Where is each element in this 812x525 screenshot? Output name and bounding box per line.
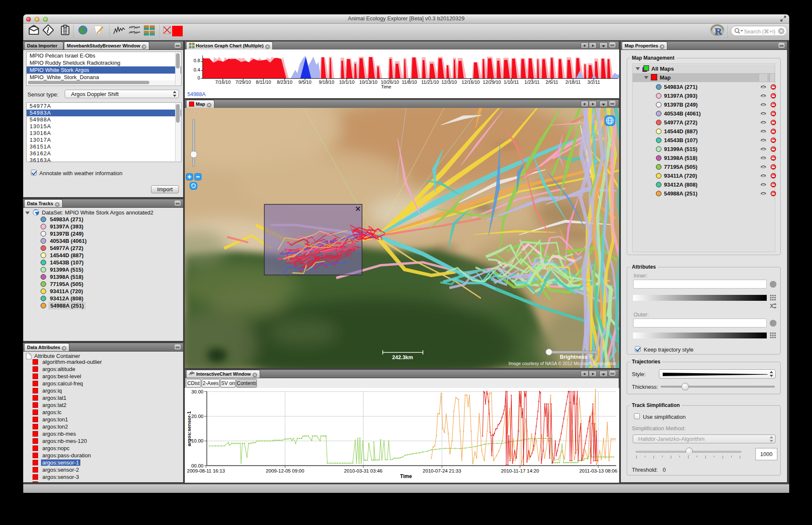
svg-text:30.00: 30.00 [191, 389, 203, 394]
svg-text:0: 0 [198, 75, 200, 80]
svg-text:00.00: 00.00 [191, 463, 203, 468]
svg-text:7/16/10: 7/16/10 [215, 80, 231, 85]
svg-text:9/18/10: 9/18/10 [319, 80, 335, 85]
svg-text:2009-12-05 09:00: 2009-12-05 09:00 [266, 468, 304, 473]
svg-text:Image courtesy of NASA © 2012: Image courtesy of NASA © 2012 Microsoft … [508, 361, 616, 366]
svg-text:2/18/11: 2/18/11 [565, 80, 581, 85]
svg-text:3/2/11: 3/2/11 [587, 80, 600, 85]
svg-text:2011-03-13 08:06: 2011-03-13 08:06 [579, 468, 617, 473]
svg-text:1/23/11: 1/23/11 [524, 80, 540, 85]
svg-text:2/5/11: 2/5/11 [546, 80, 558, 85]
svg-text:11/8/10: 11/8/10 [402, 80, 417, 85]
svg-text:Time: Time [400, 473, 412, 479]
svg-text:2010-11-17 14:20: 2010-11-17 14:20 [501, 468, 539, 473]
svg-text:2010-07-24 21:33: 2010-07-24 21:33 [423, 468, 461, 473]
svg-text:20.00: 20.00 [191, 414, 203, 419]
svg-text:8/23/10: 8/23/10 [277, 80, 293, 85]
svg-text:0.8: 0.8 [194, 58, 200, 63]
svg-text:2009-08-11 16:13: 2009-08-11 16:13 [187, 468, 225, 473]
svg-text:R: R [715, 26, 722, 37]
svg-text:9/5/10: 9/5/10 [299, 80, 312, 85]
svg-text:12/29/10: 12/29/10 [483, 80, 501, 85]
svg-text:7/29/10: 7/29/10 [236, 80, 251, 85]
svg-text:10/13/10: 10/13/10 [359, 80, 378, 85]
svg-text:11/21/10: 11/21/10 [421, 80, 439, 85]
svg-text:54988A: 54988A [187, 91, 206, 97]
svg-text:0.4: 0.4 [194, 67, 200, 72]
svg-text:argos:sensor-1: argos:sensor-1 [187, 411, 192, 446]
svg-text:8/11/10: 8/11/10 [256, 80, 271, 85]
svg-text:1/10/11: 1/10/11 [504, 80, 519, 85]
svg-text:2010-03-31 03:46: 2010-03-31 03:46 [344, 468, 383, 473]
svg-text:Time: Time [381, 84, 391, 89]
svg-text:242.3km: 242.3km [392, 355, 413, 360]
svg-text:Brightness: Brightness [560, 354, 587, 360]
svg-text:10.00: 10.00 [191, 438, 203, 443]
svg-text:12/3/10: 12/3/10 [442, 80, 457, 85]
svg-text:12/16/10: 12/16/10 [462, 80, 480, 85]
svg-text:10/1/10: 10/1/10 [339, 80, 355, 85]
